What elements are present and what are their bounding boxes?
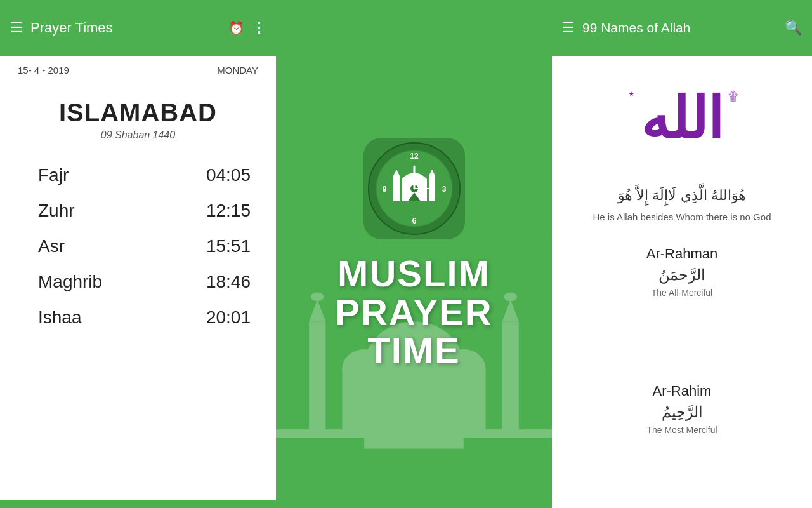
prayer-row: Fajr04:05: [38, 157, 251, 193]
city-name: ISLAMABAD: [0, 98, 276, 127]
prayer-time: 12:15: [206, 201, 251, 221]
svg-rect-5: [502, 322, 519, 432]
svg-rect-9: [342, 368, 386, 432]
prayer-row: Maghrib18:46: [38, 264, 251, 300]
name-card-rahim[interactable]: Ar-Rahim الرَّحِيمُ The Most Merciful: [552, 371, 812, 508]
svg-text:٭: ٭: [629, 88, 634, 99]
app-title: MUSLIM PRAYER TIME: [335, 255, 492, 371]
svg-point-13: [407, 392, 421, 406]
alarm-icon[interactable]: [228, 20, 244, 36]
allah-card: الله ۩ ٭ هُوَاللهُ الَّذِي لَاإِلَهَ إِل…: [552, 56, 812, 234]
name-latin-2: Ar-Rahim: [562, 383, 802, 399]
name-arabic-2: الرَّحِيمُ: [562, 403, 802, 421]
allah-arabic-text: هُوَاللهُ الَّذِي لَاإِلَهَ إِلاَّ هُوَ: [562, 187, 802, 204]
left-toolbar: Prayer Times: [0, 0, 276, 56]
hijri-date: 09 Shaban 1440: [0, 130, 276, 141]
app-icon-container: 12 3 6 9: [363, 138, 465, 239]
prayer-list: Fajr04:05Zuhr12:15Asr15:51Maghrib18:46Is…: [0, 146, 276, 500]
allah-description: He is Allah besides Whom there is no God: [562, 210, 802, 224]
prayer-time: 15:51: [206, 236, 251, 257]
svg-text:الله: الله: [641, 87, 723, 150]
right-toolbar-title: 99 Names of Allah: [582, 20, 777, 36]
name-meaning-1: The All-Merciful: [562, 288, 802, 298]
left-toolbar-title: Prayer Times: [30, 20, 221, 36]
prayer-name: Fajr: [38, 165, 69, 185]
svg-point-7: [504, 292, 517, 301]
prayer-name: Asr: [38, 236, 65, 257]
prayer-row: Asr15:51: [38, 229, 251, 264]
center-panel: 12 3 6 9 MUSLIM PRAYER TIME: [276, 0, 552, 508]
name-meaning-2: The Most Merciful: [562, 425, 802, 435]
svg-text:9: 9: [382, 185, 386, 194]
svg-rect-11: [442, 368, 486, 432]
city-section: ISLAMABAD 09 Shaban 1440: [0, 81, 276, 146]
date-row: 15- 4 - 2019 MONDAY: [0, 56, 276, 81]
more-icon[interactable]: [252, 20, 266, 36]
right-toolbar: 99 Names of Allah: [552, 0, 812, 56]
left-phone: Prayer Times 15- 4 - 2019 MONDAY ISLAMAB…: [0, 0, 276, 508]
prayer-row: Zuhr12:15: [38, 193, 251, 229]
right-phone: 99 Names of Allah الله ۩ ٭ هُوَاللهُ الَ…: [552, 0, 812, 508]
prayer-name: Maghrib: [38, 272, 102, 292]
app-icon: 12 3 6 9: [363, 138, 465, 239]
svg-text:۩: ۩: [728, 89, 738, 103]
bottom-accent: [0, 500, 276, 508]
right-hamburger-icon[interactable]: [562, 20, 575, 36]
date-display: 15- 4 - 2019: [18, 65, 69, 76]
name-card-rahman[interactable]: Ar-Rahman الرَّحمَنُ The All-Merciful: [552, 234, 812, 371]
svg-marker-3: [309, 300, 325, 322]
prayer-time: 18:46: [206, 272, 251, 292]
hamburger-icon[interactable]: [10, 20, 23, 36]
name-latin-1: Ar-Rahman: [562, 246, 802, 262]
prayer-name: Ishaa: [38, 307, 82, 328]
svg-rect-12: [276, 429, 552, 438]
prayer-row: Ishaa20:01: [38, 300, 251, 335]
prayer-time: 20:01: [206, 307, 251, 328]
svg-text:3: 3: [442, 185, 446, 194]
svg-text:12: 12: [410, 152, 419, 161]
name-arabic-1: الرَّحمَنُ: [562, 266, 802, 284]
svg-point-4: [311, 292, 324, 301]
svg-text:6: 6: [412, 217, 416, 225]
day-display: MONDAY: [217, 65, 258, 76]
svg-rect-21: [393, 176, 400, 201]
prayer-name: Zuhr: [38, 201, 75, 221]
svg-rect-2: [309, 322, 325, 432]
svg-marker-6: [502, 300, 519, 322]
search-icon[interactable]: [785, 20, 802, 36]
prayer-time: 04:05: [206, 165, 251, 185]
allah-calligraphy: الله ۩ ٭: [562, 69, 802, 181]
